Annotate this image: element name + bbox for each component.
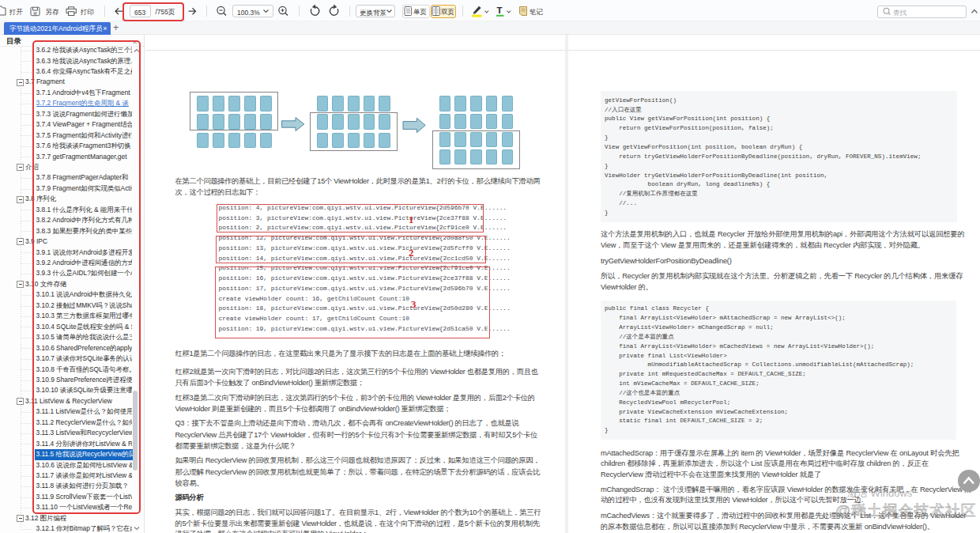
svg-text:T: T <box>497 6 503 15</box>
